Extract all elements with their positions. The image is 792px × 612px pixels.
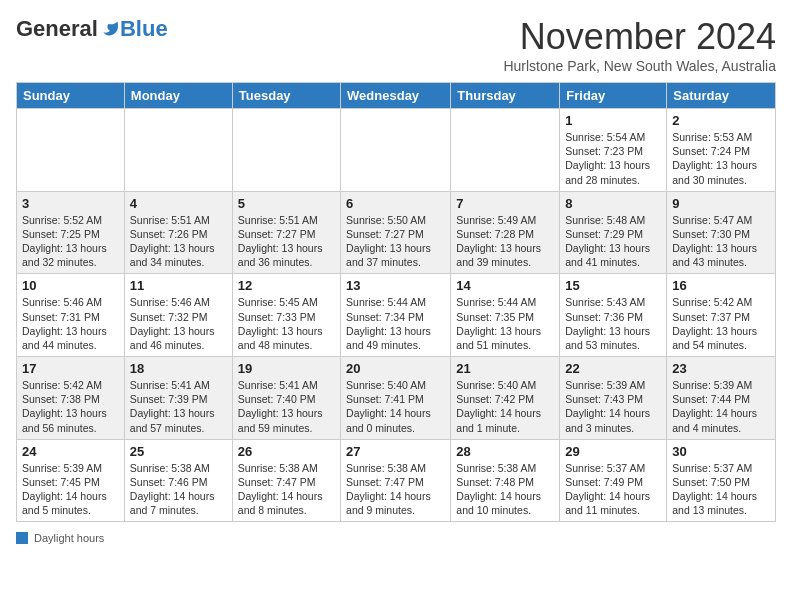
day-info: Sunrise: 5:44 AM Sunset: 7:35 PM Dayligh… <box>456 295 554 352</box>
day-number: 5 <box>238 196 335 211</box>
day-info: Sunrise: 5:41 AM Sunset: 7:40 PM Dayligh… <box>238 378 335 435</box>
day-info: Sunrise: 5:51 AM Sunset: 7:27 PM Dayligh… <box>238 213 335 270</box>
calendar-day-cell: 30Sunrise: 5:37 AM Sunset: 7:50 PM Dayli… <box>667 439 776 522</box>
calendar-day-cell: 25Sunrise: 5:38 AM Sunset: 7:46 PM Dayli… <box>124 439 232 522</box>
daylight-label: Daylight hours <box>34 532 104 544</box>
day-info: Sunrise: 5:38 AM Sunset: 7:47 PM Dayligh… <box>238 461 335 518</box>
day-number: 28 <box>456 444 554 459</box>
day-info: Sunrise: 5:42 AM Sunset: 7:38 PM Dayligh… <box>22 378 119 435</box>
calendar-day-cell: 15Sunrise: 5:43 AM Sunset: 7:36 PM Dayli… <box>560 274 667 357</box>
calendar-day-cell: 24Sunrise: 5:39 AM Sunset: 7:45 PM Dayli… <box>17 439 125 522</box>
header-tuesday: Tuesday <box>232 83 340 109</box>
day-info: Sunrise: 5:38 AM Sunset: 7:48 PM Dayligh… <box>456 461 554 518</box>
day-info: Sunrise: 5:43 AM Sunset: 7:36 PM Dayligh… <box>565 295 661 352</box>
day-number: 20 <box>346 361 445 376</box>
calendar-day-cell: 19Sunrise: 5:41 AM Sunset: 7:40 PM Dayli… <box>232 357 340 440</box>
calendar-day-cell: 14Sunrise: 5:44 AM Sunset: 7:35 PM Dayli… <box>451 274 560 357</box>
calendar-day-cell <box>232 109 340 192</box>
title-block: November 2024 Hurlstone Park, New South … <box>503 16 776 74</box>
day-info: Sunrise: 5:44 AM Sunset: 7:34 PM Dayligh… <box>346 295 445 352</box>
day-info: Sunrise: 5:46 AM Sunset: 7:32 PM Dayligh… <box>130 295 227 352</box>
day-info: Sunrise: 5:38 AM Sunset: 7:47 PM Dayligh… <box>346 461 445 518</box>
calendar-day-cell <box>451 109 560 192</box>
header-sunday: Sunday <box>17 83 125 109</box>
day-number: 27 <box>346 444 445 459</box>
calendar-day-cell: 22Sunrise: 5:39 AM Sunset: 7:43 PM Dayli… <box>560 357 667 440</box>
day-info: Sunrise: 5:40 AM Sunset: 7:41 PM Dayligh… <box>346 378 445 435</box>
day-info: Sunrise: 5:51 AM Sunset: 7:26 PM Dayligh… <box>130 213 227 270</box>
calendar-week-row: 1Sunrise: 5:54 AM Sunset: 7:23 PM Daylig… <box>17 109 776 192</box>
calendar-day-cell: 5Sunrise: 5:51 AM Sunset: 7:27 PM Daylig… <box>232 191 340 274</box>
day-info: Sunrise: 5:39 AM Sunset: 7:44 PM Dayligh… <box>672 378 770 435</box>
day-info: Sunrise: 5:52 AM Sunset: 7:25 PM Dayligh… <box>22 213 119 270</box>
logo-bird-icon <box>100 19 120 39</box>
day-number: 16 <box>672 278 770 293</box>
day-number: 21 <box>456 361 554 376</box>
calendar-week-row: 24Sunrise: 5:39 AM Sunset: 7:45 PM Dayli… <box>17 439 776 522</box>
day-number: 18 <box>130 361 227 376</box>
calendar-table: SundayMondayTuesdayWednesdayThursdayFrid… <box>16 82 776 522</box>
day-info: Sunrise: 5:48 AM Sunset: 7:29 PM Dayligh… <box>565 213 661 270</box>
logo-general: General <box>16 16 98 42</box>
calendar-day-cell: 18Sunrise: 5:41 AM Sunset: 7:39 PM Dayli… <box>124 357 232 440</box>
logo-blue: Blue <box>120 16 168 42</box>
calendar-day-cell: 21Sunrise: 5:40 AM Sunset: 7:42 PM Dayli… <box>451 357 560 440</box>
day-number: 30 <box>672 444 770 459</box>
calendar-footer: Daylight hours <box>16 532 776 544</box>
day-number: 1 <box>565 113 661 128</box>
day-info: Sunrise: 5:46 AM Sunset: 7:31 PM Dayligh… <box>22 295 119 352</box>
day-info: Sunrise: 5:50 AM Sunset: 7:27 PM Dayligh… <box>346 213 445 270</box>
day-info: Sunrise: 5:37 AM Sunset: 7:49 PM Dayligh… <box>565 461 661 518</box>
day-number: 17 <box>22 361 119 376</box>
day-info: Sunrise: 5:37 AM Sunset: 7:50 PM Dayligh… <box>672 461 770 518</box>
calendar-day-cell: 7Sunrise: 5:49 AM Sunset: 7:28 PM Daylig… <box>451 191 560 274</box>
calendar-day-cell: 6Sunrise: 5:50 AM Sunset: 7:27 PM Daylig… <box>341 191 451 274</box>
calendar-week-row: 17Sunrise: 5:42 AM Sunset: 7:38 PM Dayli… <box>17 357 776 440</box>
day-number: 25 <box>130 444 227 459</box>
day-info: Sunrise: 5:45 AM Sunset: 7:33 PM Dayligh… <box>238 295 335 352</box>
header-friday: Friday <box>560 83 667 109</box>
day-number: 29 <box>565 444 661 459</box>
calendar-day-cell: 8Sunrise: 5:48 AM Sunset: 7:29 PM Daylig… <box>560 191 667 274</box>
calendar-day-cell: 2Sunrise: 5:53 AM Sunset: 7:24 PM Daylig… <box>667 109 776 192</box>
day-number: 26 <box>238 444 335 459</box>
calendar-day-cell: 3Sunrise: 5:52 AM Sunset: 7:25 PM Daylig… <box>17 191 125 274</box>
calendar-day-cell: 13Sunrise: 5:44 AM Sunset: 7:34 PM Dayli… <box>341 274 451 357</box>
day-number: 8 <box>565 196 661 211</box>
day-number: 19 <box>238 361 335 376</box>
day-number: 15 <box>565 278 661 293</box>
day-number: 3 <box>22 196 119 211</box>
day-number: 12 <box>238 278 335 293</box>
calendar-header-row: SundayMondayTuesdayWednesdayThursdayFrid… <box>17 83 776 109</box>
calendar-day-cell <box>17 109 125 192</box>
header-thursday: Thursday <box>451 83 560 109</box>
location-subtitle: Hurlstone Park, New South Wales, Austral… <box>503 58 776 74</box>
calendar-day-cell: 20Sunrise: 5:40 AM Sunset: 7:41 PM Dayli… <box>341 357 451 440</box>
day-info: Sunrise: 5:39 AM Sunset: 7:45 PM Dayligh… <box>22 461 119 518</box>
month-title: November 2024 <box>503 16 776 58</box>
day-number: 13 <box>346 278 445 293</box>
day-info: Sunrise: 5:47 AM Sunset: 7:30 PM Dayligh… <box>672 213 770 270</box>
header-monday: Monday <box>124 83 232 109</box>
header-wednesday: Wednesday <box>341 83 451 109</box>
logo: General Blue <box>16 16 168 42</box>
day-info: Sunrise: 5:41 AM Sunset: 7:39 PM Dayligh… <box>130 378 227 435</box>
day-number: 10 <box>22 278 119 293</box>
day-info: Sunrise: 5:49 AM Sunset: 7:28 PM Dayligh… <box>456 213 554 270</box>
day-info: Sunrise: 5:54 AM Sunset: 7:23 PM Dayligh… <box>565 130 661 187</box>
day-number: 14 <box>456 278 554 293</box>
header-saturday: Saturday <box>667 83 776 109</box>
calendar-day-cell: 1Sunrise: 5:54 AM Sunset: 7:23 PM Daylig… <box>560 109 667 192</box>
calendar-day-cell: 26Sunrise: 5:38 AM Sunset: 7:47 PM Dayli… <box>232 439 340 522</box>
day-number: 22 <box>565 361 661 376</box>
calendar-day-cell: 11Sunrise: 5:46 AM Sunset: 7:32 PM Dayli… <box>124 274 232 357</box>
day-info: Sunrise: 5:53 AM Sunset: 7:24 PM Dayligh… <box>672 130 770 187</box>
day-info: Sunrise: 5:40 AM Sunset: 7:42 PM Dayligh… <box>456 378 554 435</box>
calendar-day-cell: 29Sunrise: 5:37 AM Sunset: 7:49 PM Dayli… <box>560 439 667 522</box>
calendar-day-cell: 27Sunrise: 5:38 AM Sunset: 7:47 PM Dayli… <box>341 439 451 522</box>
calendar-day-cell: 23Sunrise: 5:39 AM Sunset: 7:44 PM Dayli… <box>667 357 776 440</box>
day-number: 7 <box>456 196 554 211</box>
calendar-day-cell: 12Sunrise: 5:45 AM Sunset: 7:33 PM Dayli… <box>232 274 340 357</box>
day-info: Sunrise: 5:38 AM Sunset: 7:46 PM Dayligh… <box>130 461 227 518</box>
day-number: 11 <box>130 278 227 293</box>
